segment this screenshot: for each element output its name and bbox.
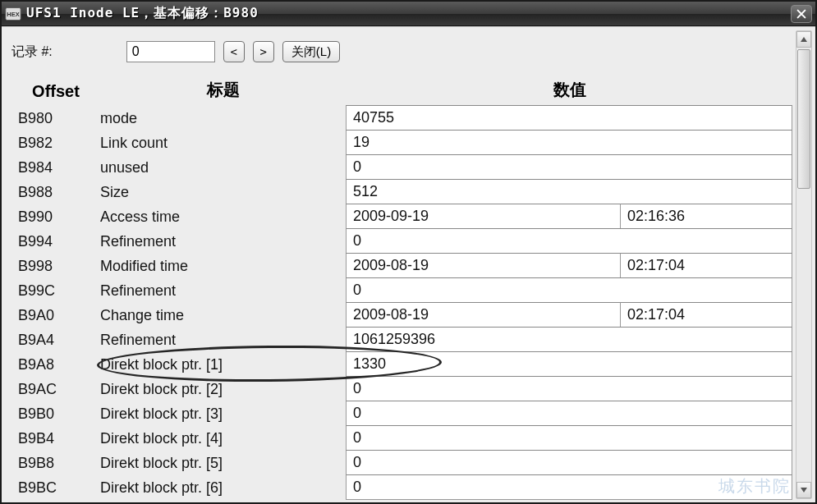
label-cell: unused [100,155,347,180]
value-field[interactable]: 512 [346,179,792,204]
table-row: B9A4Refinement1061259396 [11,328,792,352]
value-cell: 2009-08-1902:17:04 [347,254,792,278]
value-field[interactable]: 0 [346,401,792,426]
prev-record-button[interactable]: < [223,41,245,62]
label-cell: Link count [100,131,347,155]
offset-cell: B988 [11,180,100,204]
value-cell: 0 [347,155,792,180]
offset-cell: B9AC [11,377,100,401]
value-field[interactable]: 40755 [346,105,792,131]
offset-cell: B994 [11,229,100,254]
value-field[interactable]: 1330 [346,351,792,377]
offset-cell: B9A0 [11,303,100,328]
column-headers: Offset 标题 数值 [11,68,792,101]
offset-cell: B9B8 [11,451,100,475]
offset-cell: B998 [11,254,100,278]
app-icon: HEX [5,7,21,21]
label-cell: Refinement [100,229,347,254]
value-field[interactable]: 0 [346,474,792,500]
record-input[interactable] [126,41,215,62]
value-cell: 0 [347,451,792,475]
value-cell: 0 [347,401,792,426]
offset-cell: B9BC [11,475,100,500]
value-cell: 40755 [347,106,792,131]
value-field[interactable]: 2009-08-19 [346,302,621,328]
table-row: B9B4Direkt block ptr. [4]0 [11,426,792,451]
table-row: B998Modified time2009-08-1902:17:04 [11,254,792,278]
table-row: B9B0Direkt block ptr. [3]0 [11,401,792,426]
table-row: B990Access time2009-09-1902:16:36 [11,204,792,229]
window-title: UFS1 Inode LE，基本偏移：B980 [26,5,259,22]
value-field[interactable]: 1061259396 [346,327,792,352]
label-cell: Direkt block ptr. [1] [100,352,347,377]
table-row: B994Refinement0 [11,229,792,254]
table-row: B9ACDirekt block ptr. [2]0 [11,377,792,401]
close-icon [796,8,807,20]
header-offset: Offset [11,82,100,101]
value-field[interactable]: 02:16:36 [620,204,792,229]
svg-text:HEX: HEX [7,11,19,18]
label-cell: Refinement [100,278,347,303]
label-cell: Direkt block ptr. [3] [100,401,347,426]
scroll-up-button[interactable] [796,31,811,48]
value-field[interactable]: 0 [346,154,792,180]
table-row: B99CRefinement0 [11,278,792,303]
data-grid: B980mode40755B982Link count19B984unused0… [11,106,792,500]
value-field[interactable]: 0 [346,450,792,475]
content: 记录 #: < > 关闭(L) Offset 标题 数值 B980mode407… [11,35,792,502]
table-row: B982Link count19 [11,131,792,155]
value-field[interactable]: 2009-09-19 [346,204,621,229]
value-cell: 0 [347,229,792,254]
close-button[interactable]: 关闭(L) [282,41,340,62]
scroll-down-button[interactable] [796,482,811,498]
table-row: B984unused0 [11,155,792,180]
value-field[interactable]: 0 [346,376,792,401]
offset-cell: B990 [11,204,100,229]
next-record-button[interactable]: > [253,41,274,62]
label-cell: Refinement [100,328,347,352]
label-cell: Size [100,180,347,204]
table-row: B9A8Direkt block ptr. [1]1330 [11,352,792,377]
vertical-scrollbar[interactable] [796,30,812,499]
header-label: 标题 [100,79,347,101]
offset-cell: B9A4 [11,328,100,352]
value-cell: 2009-08-1902:17:04 [347,303,792,328]
body: 记录 #: < > 关闭(L) Offset 标题 数值 B980mode407… [2,26,815,502]
value-cell: 512 [347,180,792,204]
label-cell: mode [100,106,347,131]
value-cell: 0 [347,278,792,303]
close-window-button[interactable] [791,5,812,23]
value-cell: 1061259396 [347,328,792,352]
value-field[interactable]: 0 [346,277,792,303]
offset-cell: B982 [11,131,100,155]
offset-cell: B9B4 [11,426,100,451]
offset-cell: B99C [11,278,100,303]
value-cell: 0 [347,475,792,500]
value-cell: 1330 [347,352,792,377]
scroll-thumb[interactable] [797,49,810,189]
offset-cell: B984 [11,155,100,180]
table-row: B9B8Direkt block ptr. [5]0 [11,451,792,475]
label-cell: Access time [100,204,347,229]
value-field[interactable]: 19 [346,130,792,155]
label-cell: Direkt block ptr. [2] [100,377,347,401]
titlebar: HEX UFS1 Inode LE，基本偏移：B980 [2,2,815,26]
value-field[interactable]: 0 [346,425,792,451]
toolbar: 记录 #: < > 关闭(L) [11,35,792,68]
record-label: 记录 #: [11,44,53,61]
table-row: B9A0Change time2009-08-1902:17:04 [11,303,792,328]
header-value: 数值 [347,79,792,101]
table-row: B980mode40755 [11,106,792,131]
value-field[interactable]: 0 [346,228,792,254]
value-cell: 19 [347,131,792,155]
value-field[interactable]: 2009-08-19 [346,253,621,278]
table-row: B988Size512 [11,180,792,204]
value-field[interactable]: 02:17:04 [620,302,792,328]
label-cell: Direkt block ptr. [6] [100,475,347,500]
window: HEX UFS1 Inode LE，基本偏移：B980 记录 #: < > 关闭… [0,0,817,504]
value-cell: 0 [347,377,792,401]
value-field[interactable]: 02:17:04 [620,253,792,278]
label-cell: Direkt block ptr. [4] [100,426,347,451]
value-cell: 0 [347,426,792,451]
offset-cell: B9B0 [11,401,100,426]
